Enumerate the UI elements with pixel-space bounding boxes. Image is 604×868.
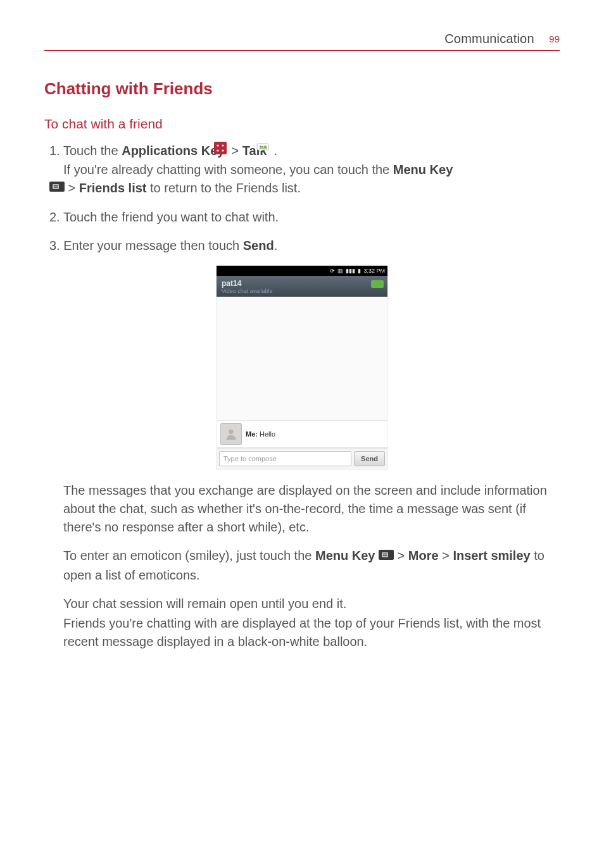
svg-text:talk: talk (260, 145, 267, 149)
svg-point-3 (217, 150, 218, 152)
label-friends-list: Friends list (79, 181, 147, 195)
step-number: 3. (49, 239, 60, 252)
battery-icon: ▮ (358, 268, 361, 274)
page: Communication 99 Chatting with Friends T… (0, 0, 604, 699)
text: . (274, 239, 278, 252)
contact-status: Video chat available (222, 288, 382, 294)
label-menu-key: Menu Key (393, 163, 453, 177)
video-chat-icon[interactable] (371, 280, 384, 288)
text: to return to the Friends list. (147, 181, 301, 195)
svg-point-2 (222, 145, 223, 147)
page-header: Communication 99 (44, 32, 560, 51)
sync-icon: ⟳ (330, 268, 335, 274)
compose-input[interactable]: Type to compose (219, 451, 351, 466)
step-2: 2. Touch the friend you want to chat wit… (44, 208, 560, 226)
svg-point-10 (229, 430, 233, 434)
chat-header: pat14 Video chat available (217, 276, 387, 297)
header-title: Communication (444, 32, 534, 46)
text: > (65, 181, 79, 195)
svg-rect-8 (54, 185, 58, 186)
svg-point-1 (217, 145, 218, 147)
paragraph-1: The messages that you exchange are displ… (44, 481, 560, 536)
message-sender: Me: (246, 430, 260, 438)
text: Enter your message then touch (63, 239, 243, 252)
contact-name: pat14 (222, 279, 382, 288)
text: To enter an emoticon (smiley), just touc… (63, 549, 315, 562)
heading-2: To chat with a friend (44, 116, 560, 132)
clock-text: 3:32 PM (363, 268, 385, 274)
label-applications-key: Applications Key (122, 144, 224, 158)
text: . (270, 144, 277, 158)
status-bar: ⟳ ▥ ▮▮▮ ▮ 3:32 PM (217, 266, 387, 276)
compose-row: Type to compose Send (217, 448, 387, 469)
step-3: 3. Enter your message then touch Send. (44, 237, 560, 255)
label-send: Send (243, 239, 274, 252)
label-more: More (408, 549, 439, 562)
menu-key-icon (379, 547, 394, 565)
svg-rect-7 (53, 184, 59, 189)
page-number: 99 (549, 34, 560, 44)
paragraph-4: Friends you're chatting with are display… (44, 614, 560, 651)
message-content: Hello (260, 430, 275, 438)
chat-body (217, 297, 387, 420)
svg-rect-13 (383, 554, 387, 554)
svg-rect-12 (382, 552, 388, 557)
text: > (439, 549, 453, 562)
svg-point-4 (222, 150, 223, 152)
text: > (394, 549, 408, 562)
data-icon: ▥ (337, 268, 343, 274)
step-number: 2. (49, 210, 60, 224)
signal-icon: ▮▮▮ (346, 268, 355, 274)
text: Touch the friend you want to chat with. (63, 210, 279, 224)
label-insert-smiley: Insert smiley (453, 549, 530, 562)
text: Touch the (63, 144, 122, 158)
message-row: Me: Hello (217, 420, 387, 448)
svg-rect-0 (214, 142, 227, 154)
send-button[interactable]: Send (354, 451, 385, 466)
step-1: 1. Touch the Applications Key > Talk tal… (44, 142, 560, 198)
message-text: Me: Hello (246, 430, 275, 438)
avatar (220, 423, 242, 445)
label-menu-key: Menu Key (315, 549, 375, 562)
text: If you're already chatting with someone,… (63, 163, 393, 177)
chat-screenshot: ⟳ ▥ ▮▮▮ ▮ 3:32 PM pat14 Video chat avail… (216, 265, 388, 470)
step-number: 1. (49, 144, 60, 158)
text: > (228, 144, 242, 158)
svg-rect-14 (383, 555, 387, 555)
svg-rect-9 (54, 187, 58, 188)
paragraph-3: Your chat session will remain open until… (44, 595, 560, 613)
heading-1: Chatting with Friends (44, 79, 560, 99)
paragraph-2: To enter an emoticon (smiley), just touc… (44, 547, 560, 584)
menu-key-icon (63, 178, 65, 197)
